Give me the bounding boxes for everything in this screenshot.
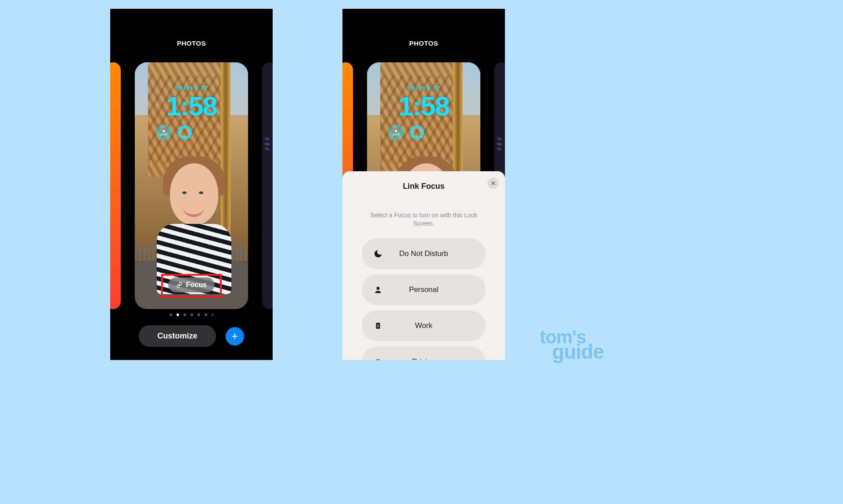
section-title: PHOTOS bbox=[110, 40, 273, 47]
focus-option-do-not-disturb[interactable]: Do Not Disturb bbox=[362, 238, 486, 269]
car-icon bbox=[372, 356, 384, 360]
focus-options-list: Do Not Disturb Personal Work bbox=[350, 238, 497, 360]
svg-point-0 bbox=[377, 287, 380, 290]
lockscreen-preview[interactable]: THU 18 ☀︎ 72° 1:58 ⏰ OFF Focus bbox=[135, 62, 248, 309]
page-indicator bbox=[110, 313, 273, 316]
focus-option-personal[interactable]: Personal bbox=[362, 274, 486, 305]
link-focus-sheet: Link Focus ✕ Select a Focus to turn on w… bbox=[342, 171, 505, 360]
watermark-logo: tom's guide bbox=[540, 330, 604, 359]
section-title: PHOTOS bbox=[342, 40, 505, 47]
person-icon bbox=[372, 284, 384, 295]
focus-button[interactable]: Focus bbox=[168, 277, 214, 292]
alarm-widget[interactable]: ⏰ OFF bbox=[156, 125, 172, 140]
alarm-icon: ⏰ bbox=[394, 129, 398, 133]
lockscreen-widgets: ⏰ OFF bbox=[156, 125, 192, 140]
badge-icon bbox=[372, 320, 384, 331]
activity-ring-widget[interactable] bbox=[178, 126, 192, 140]
focus-option-work[interactable]: Work bbox=[362, 310, 486, 341]
lockscreen-time: 1:58 bbox=[135, 90, 248, 122]
lockscreen-time: 1:58 bbox=[367, 90, 480, 122]
moon-icon bbox=[372, 248, 384, 259]
svg-point-2 bbox=[378, 324, 379, 326]
sheet-title: Link Focus bbox=[350, 182, 497, 191]
focus-option-driving[interactable]: Driving bbox=[362, 346, 486, 360]
customize-button[interactable]: Customize bbox=[139, 325, 216, 347]
alarm-widget[interactable]: ⏰ OFF bbox=[388, 125, 404, 140]
lockscreen-widgets: ⏰ OFF bbox=[388, 125, 424, 140]
lockscreen-peek-next[interactable]: Th No Yo bbox=[262, 62, 273, 309]
close-button[interactable]: ✕ bbox=[487, 177, 499, 189]
lockscreen-peek-prev[interactable] bbox=[110, 62, 121, 309]
focus-button-label: Focus bbox=[186, 281, 206, 289]
svg-rect-3 bbox=[377, 326, 379, 327]
phone-screenshot-left: PHOTOS Th No Yo bbox=[110, 9, 273, 360]
close-icon: ✕ bbox=[491, 180, 496, 187]
sheet-description: Select a Focus to turn on with this Lock… bbox=[362, 211, 486, 228]
link-icon bbox=[176, 282, 182, 288]
plus-icon: + bbox=[231, 329, 238, 343]
phone-screenshot-right: PHOTOS Th No Yo bbox=[342, 9, 505, 360]
add-lockscreen-button[interactable]: + bbox=[226, 327, 244, 346]
alarm-icon: ⏰ bbox=[162, 129, 166, 133]
activity-ring-widget[interactable] bbox=[410, 126, 424, 140]
